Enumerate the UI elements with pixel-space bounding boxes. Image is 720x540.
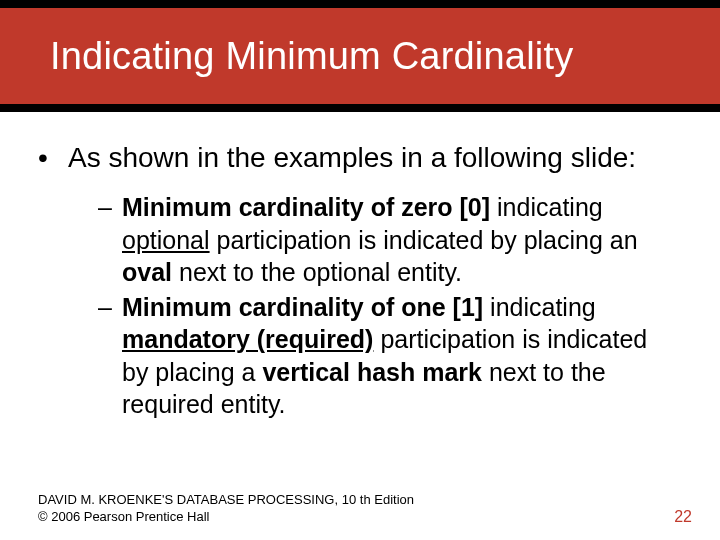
sub2-strong2: vertical hash mark: [262, 358, 482, 386]
bullet-dot-icon: •: [38, 140, 68, 175]
dash-icon: –: [98, 191, 122, 289]
bullet-main: • As shown in the examples in a followin…: [38, 140, 670, 175]
sub-item-2: – Minimum cardinality of one [1] indicat…: [98, 291, 670, 421]
content-area: • As shown in the examples in a followin…: [0, 112, 720, 421]
sub2-strong-underline: mandatory (required): [122, 325, 373, 353]
sub2-t1: indicating: [483, 293, 596, 321]
lead-text: As shown in the examples in a following …: [68, 140, 636, 175]
sub1-strong1: Minimum cardinality of zero [0]: [122, 193, 490, 221]
title-band: Indicating Minimum Cardinality: [0, 0, 720, 112]
footer: DAVID M. KROENKE'S DATABASE PROCESSING, …: [38, 491, 692, 526]
sub1-t2: participation is indicated by placing an: [210, 226, 638, 254]
footer-line2: © 2006 Pearson Prentice Hall: [38, 508, 414, 526]
footer-line1: DAVID M. KROENKE'S DATABASE PROCESSING, …: [38, 491, 414, 509]
sub1-t1: indicating: [490, 193, 603, 221]
sub2-strong1: Minimum cardinality of one [1]: [122, 293, 483, 321]
page-number: 22: [674, 508, 692, 526]
sublist: – Minimum cardinality of zero [0] indica…: [98, 191, 670, 421]
sub1-t3: next to the optional entity.: [172, 258, 462, 286]
sub-item-1: – Minimum cardinality of zero [0] indica…: [98, 191, 670, 289]
slide-title: Indicating Minimum Cardinality: [50, 35, 573, 78]
footer-attribution: DAVID M. KROENKE'S DATABASE PROCESSING, …: [38, 491, 414, 526]
dash-icon: –: [98, 291, 122, 421]
sub1-strong2: oval: [122, 258, 172, 286]
sub-item-1-body: Minimum cardinality of zero [0] indicati…: [122, 191, 670, 289]
sub1-underline1: optional: [122, 226, 210, 254]
title-inner: Indicating Minimum Cardinality: [0, 8, 720, 104]
sub-item-2-body: Minimum cardinality of one [1] indicatin…: [122, 291, 670, 421]
